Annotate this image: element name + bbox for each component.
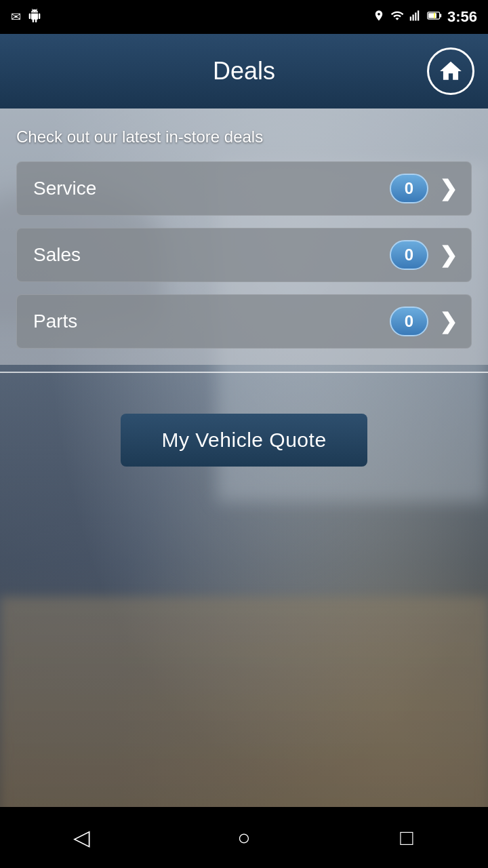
deals-area: Check out our latest in-store deals Serv… xyxy=(0,108,488,365)
status-left-icons: ✉ xyxy=(11,9,41,26)
wifi-icon xyxy=(390,9,404,26)
svg-rect-2 xyxy=(415,12,416,20)
page-title: Deals xyxy=(61,57,427,85)
svg-rect-6 xyxy=(428,13,436,18)
home-button[interactable] xyxy=(427,47,474,95)
deal-row-sales[interactable]: Sales 0 ❯ xyxy=(16,228,472,282)
sales-chevron-icon: ❯ xyxy=(439,242,458,268)
content-layer: Check out our latest in-store deals Serv… xyxy=(0,108,488,868)
parts-right: 0 ❯ xyxy=(390,307,458,336)
svg-rect-5 xyxy=(440,14,441,17)
signal-icon xyxy=(409,9,422,25)
status-right-icons: 3:56 xyxy=(373,8,477,26)
service-right: 0 ❯ xyxy=(390,174,458,203)
vehicle-quote-button[interactable]: My Vehicle Quote xyxy=(121,414,367,467)
service-badge: 0 xyxy=(390,174,428,203)
home-nav-button[interactable]: ○ xyxy=(224,817,264,858)
parts-label: Parts xyxy=(33,311,77,332)
svg-rect-1 xyxy=(412,14,413,20)
svg-rect-3 xyxy=(418,10,419,20)
parts-chevron-icon: ❯ xyxy=(439,309,458,334)
sales-right: 0 ❯ xyxy=(390,240,458,270)
nav-bar: ◁ ○ □ xyxy=(0,807,488,868)
status-time: 3:56 xyxy=(447,8,477,26)
home-icon xyxy=(438,58,464,84)
recents-button[interactable]: □ xyxy=(386,817,427,858)
app-header: Deals xyxy=(0,34,488,108)
parts-badge: 0 xyxy=(390,307,428,336)
status-bar: ✉ 3:56 xyxy=(0,0,488,34)
service-chevron-icon: ❯ xyxy=(439,176,458,201)
sales-badge: 0 xyxy=(390,240,428,270)
android-icon xyxy=(28,9,41,26)
mail-icon: ✉ xyxy=(11,9,21,24)
service-label: Service xyxy=(33,178,96,199)
deals-subtitle: Check out our latest in-store deals xyxy=(16,127,472,146)
sales-label: Sales xyxy=(33,244,81,266)
svg-rect-0 xyxy=(410,16,411,20)
quote-area: My Vehicle Quote xyxy=(0,373,488,507)
deal-row-service[interactable]: Service 0 ❯ xyxy=(16,161,472,216)
battery-icon xyxy=(427,9,442,25)
location-icon xyxy=(373,9,385,25)
main-content: Check out our latest in-store deals Serv… xyxy=(0,108,488,868)
back-button[interactable]: ◁ xyxy=(61,817,102,858)
deal-row-parts[interactable]: Parts 0 ❯ xyxy=(16,294,472,349)
